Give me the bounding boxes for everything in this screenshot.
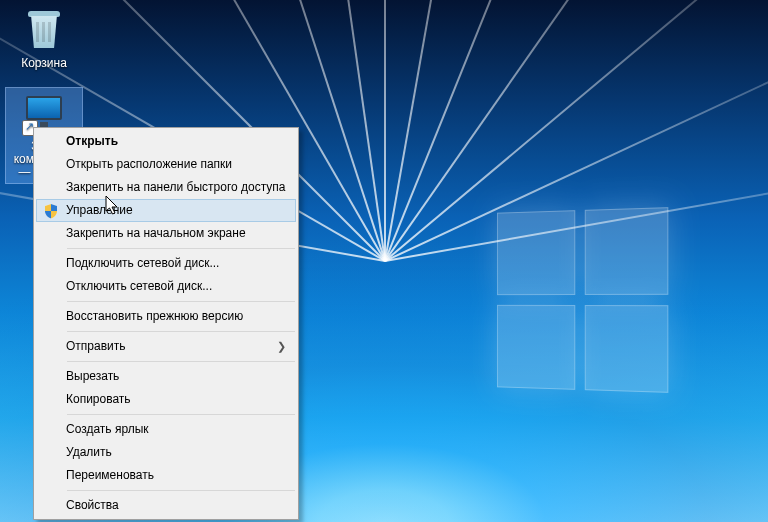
menu-separator xyxy=(67,490,295,491)
menu-item-pin-quick-access[interactable]: Закрепить на панели быстрого доступа xyxy=(36,176,296,199)
menu-item-open[interactable]: Открыть xyxy=(36,130,296,153)
menu-item-disconnect-drive[interactable]: Отключить сетевой диск... xyxy=(36,275,296,298)
menu-separator xyxy=(67,248,295,249)
menu-item-pin-start[interactable]: Закрепить на начальном экране xyxy=(36,222,296,245)
menu-item-restore-previous[interactable]: Восстановить прежнюю версию xyxy=(36,305,296,328)
menu-item-rename[interactable]: Переименовать xyxy=(36,464,296,487)
context-menu: Открыть Открыть расположение папки Закре… xyxy=(33,127,299,520)
menu-separator xyxy=(67,414,295,415)
recycle-bin-icon xyxy=(22,8,66,52)
menu-item-send-to[interactable]: Отправить ❯ xyxy=(36,335,296,358)
menu-item-properties[interactable]: Свойства xyxy=(36,494,296,517)
menu-item-copy[interactable]: Копировать xyxy=(36,388,296,411)
menu-item-open-folder-location[interactable]: Открыть расположение папки xyxy=(36,153,296,176)
menu-item-delete[interactable]: Удалить xyxy=(36,441,296,464)
uac-shield-icon xyxy=(43,203,59,219)
menu-item-cut[interactable]: Вырезать xyxy=(36,365,296,388)
menu-item-map-drive[interactable]: Подключить сетевой диск... xyxy=(36,252,296,275)
desktop-icon-recycle-bin[interactable]: Корзина xyxy=(6,4,82,74)
menu-item-manage[interactable]: Управление xyxy=(36,199,296,222)
desktop[interactable]: Корзина Этот компьютер — Ярлык Открыть О… xyxy=(0,0,768,522)
desktop-icon-label: Корзина xyxy=(10,56,78,70)
menu-separator xyxy=(67,361,295,362)
menu-separator xyxy=(67,331,295,332)
menu-separator xyxy=(67,301,295,302)
chevron-right-icon: ❯ xyxy=(277,335,286,358)
windows-logo-icon xyxy=(497,207,668,393)
menu-item-create-shortcut[interactable]: Создать ярлык xyxy=(36,418,296,441)
